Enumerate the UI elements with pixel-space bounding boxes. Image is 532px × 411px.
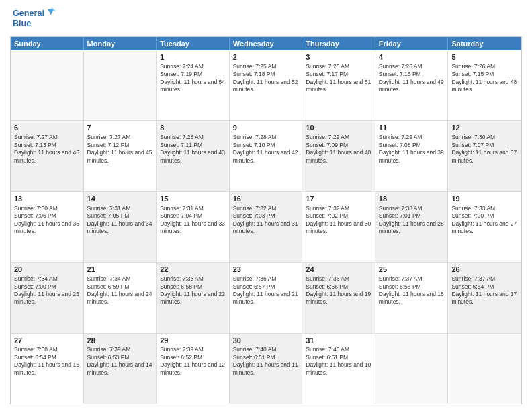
cell-sunrise: Sunrise: 7:40 AM	[306, 346, 371, 353]
header-day-saturday: Saturday	[448, 37, 521, 50]
calendar-cell-4-1: 28Sunrise: 7:39 AMSunset: 6:53 PMDayligh…	[84, 334, 157, 404]
day-number: 23	[233, 265, 299, 275]
cell-sunset: Sunset: 7:06 PM	[14, 212, 80, 220]
header: GeneralBlue	[10, 7, 522, 31]
cell-sunset: Sunset: 6:58 PM	[160, 283, 226, 291]
day-number: 17	[306, 194, 371, 204]
calendar-header: SundayMondayTuesdayWednesdayThursdayFrid…	[11, 37, 521, 50]
day-number: 12	[451, 123, 518, 133]
calendar-cell-2-2: 15Sunrise: 7:31 AMSunset: 7:04 PMDayligh…	[157, 192, 230, 262]
day-number: 29	[160, 336, 226, 346]
cell-daylight: Daylight: 11 hours and 40 minutes.	[306, 149, 371, 165]
cell-sunset: Sunset: 6:57 PM	[233, 283, 299, 291]
header-day-tuesday: Tuesday	[157, 37, 230, 50]
calendar-row-4: 27Sunrise: 7:38 AMSunset: 6:54 PMDayligh…	[11, 334, 521, 404]
cell-sunset: Sunset: 7:04 PM	[160, 212, 226, 220]
cell-daylight: Daylight: 11 hours and 49 minutes.	[379, 79, 445, 94]
calendar-cell-1-0: 6Sunrise: 7:27 AMSunset: 7:13 PMDaylight…	[11, 121, 84, 191]
day-number: 24	[306, 265, 371, 275]
cell-sunset: Sunset: 6:59 PM	[87, 283, 153, 291]
cell-sunset: Sunset: 6:56 PM	[306, 283, 371, 291]
cell-daylight: Daylight: 11 hours and 12 minutes.	[160, 361, 226, 377]
cell-sunrise: Sunrise: 7:34 AM	[14, 275, 80, 283]
cell-sunrise: Sunrise: 7:39 AM	[160, 346, 226, 353]
calendar-cell-4-5	[375, 334, 449, 404]
calendar-cell-2-4: 17Sunrise: 7:32 AMSunset: 7:02 PMDayligh…	[302, 192, 375, 262]
day-number: 11	[379, 123, 445, 133]
day-number: 18	[379, 194, 445, 204]
day-number: 15	[160, 194, 226, 204]
cell-daylight: Daylight: 11 hours and 24 minutes.	[87, 291, 153, 306]
cell-daylight: Daylight: 11 hours and 25 minutes.	[14, 291, 80, 306]
cell-sunrise: Sunrise: 7:33 AM	[451, 205, 518, 212]
cell-sunrise: Sunrise: 7:28 AM	[233, 134, 299, 141]
cell-sunrise: Sunrise: 7:25 AM	[306, 63, 371, 71]
cell-daylight: Daylight: 11 hours and 30 minutes.	[306, 220, 371, 236]
cell-sunset: Sunset: 6:53 PM	[87, 354, 153, 361]
calendar-cell-4-0: 27Sunrise: 7:38 AMSunset: 6:54 PMDayligh…	[11, 334, 84, 404]
calendar-cell-4-4: 31Sunrise: 7:40 AMSunset: 6:51 PMDayligh…	[302, 334, 375, 404]
cell-sunset: Sunset: 6:55 PM	[379, 283, 445, 291]
cell-sunset: Sunset: 7:11 PM	[160, 142, 226, 149]
cell-sunrise: Sunrise: 7:34 AM	[87, 275, 153, 283]
cell-daylight: Daylight: 11 hours and 10 minutes.	[306, 361, 371, 377]
day-number: 6	[14, 123, 80, 133]
day-number: 21	[87, 265, 153, 275]
cell-sunrise: Sunrise: 7:40 AM	[233, 346, 299, 353]
cell-daylight: Daylight: 11 hours and 42 minutes.	[233, 149, 299, 165]
day-number: 26	[451, 265, 518, 275]
cell-daylight: Daylight: 11 hours and 21 minutes.	[233, 291, 299, 306]
calendar-cell-1-4: 10Sunrise: 7:29 AMSunset: 7:09 PMDayligh…	[302, 121, 375, 191]
header-day-wednesday: Wednesday	[230, 37, 303, 50]
cell-sunrise: Sunrise: 7:38 AM	[14, 346, 80, 353]
calendar-row-1: 6Sunrise: 7:27 AMSunset: 7:13 PMDaylight…	[11, 121, 521, 191]
calendar-cell-4-3: 30Sunrise: 7:40 AMSunset: 6:51 PMDayligh…	[230, 334, 303, 404]
day-number: 10	[306, 123, 371, 133]
cell-daylight: Daylight: 11 hours and 43 minutes.	[160, 149, 226, 165]
cell-sunrise: Sunrise: 7:37 AM	[451, 275, 518, 283]
calendar-cell-2-1: 14Sunrise: 7:31 AMSunset: 7:05 PMDayligh…	[84, 192, 157, 262]
cell-sunrise: Sunrise: 7:28 AM	[160, 134, 226, 141]
cell-sunrise: Sunrise: 7:29 AM	[306, 134, 371, 141]
cell-sunrise: Sunrise: 7:25 AM	[233, 63, 299, 71]
calendar-cell-4-2: 29Sunrise: 7:39 AMSunset: 6:52 PMDayligh…	[157, 334, 230, 404]
cell-daylight: Daylight: 11 hours and 46 minutes.	[14, 149, 80, 165]
calendar-cell-1-1: 7Sunrise: 7:27 AMSunset: 7:12 PMDaylight…	[84, 121, 157, 191]
cell-sunrise: Sunrise: 7:27 AM	[14, 134, 80, 141]
cell-daylight: Daylight: 11 hours and 45 minutes.	[87, 149, 153, 165]
calendar-row-3: 20Sunrise: 7:34 AMSunset: 7:00 PMDayligh…	[11, 263, 521, 333]
calendar-row-0: 1Sunrise: 7:24 AMSunset: 7:19 PMDaylight…	[11, 50, 521, 121]
cell-sunset: Sunset: 7:19 PM	[160, 71, 226, 78]
day-number: 1	[160, 52, 226, 62]
cell-daylight: Daylight: 11 hours and 39 minutes.	[379, 149, 445, 165]
day-number: 25	[379, 265, 445, 275]
calendar-cell-1-3: 9Sunrise: 7:28 AMSunset: 7:10 PMDaylight…	[230, 121, 303, 191]
cell-daylight: Daylight: 11 hours and 31 minutes.	[233, 220, 299, 236]
cell-daylight: Daylight: 11 hours and 51 minutes.	[306, 79, 371, 94]
cell-sunrise: Sunrise: 7:30 AM	[451, 134, 518, 141]
cell-sunset: Sunset: 7:09 PM	[306, 142, 371, 149]
calendar-cell-3-4: 24Sunrise: 7:36 AMSunset: 6:56 PMDayligh…	[302, 263, 375, 332]
calendar-cell-3-2: 22Sunrise: 7:35 AMSunset: 6:58 PMDayligh…	[157, 263, 230, 332]
cell-daylight: Daylight: 11 hours and 36 minutes.	[14, 220, 80, 236]
cell-sunrise: Sunrise: 7:32 AM	[233, 205, 299, 212]
day-number: 2	[233, 52, 299, 62]
calendar-body: 1Sunrise: 7:24 AMSunset: 7:19 PMDaylight…	[11, 50, 521, 404]
cell-sunset: Sunset: 7:00 PM	[14, 283, 80, 291]
calendar-cell-3-3: 23Sunrise: 7:36 AMSunset: 6:57 PMDayligh…	[230, 263, 303, 332]
cell-sunrise: Sunrise: 7:36 AM	[233, 275, 299, 283]
calendar-cell-0-0	[11, 50, 84, 120]
cell-sunset: Sunset: 6:51 PM	[233, 354, 299, 361]
cell-sunset: Sunset: 7:18 PM	[233, 71, 299, 78]
cell-sunset: Sunset: 6:51 PM	[306, 354, 371, 361]
calendar: SundayMondayTuesdayWednesdayThursdayFrid…	[10, 36, 522, 404]
cell-sunrise: Sunrise: 7:29 AM	[379, 134, 445, 141]
cell-daylight: Daylight: 11 hours and 14 minutes.	[87, 361, 153, 377]
cell-daylight: Daylight: 11 hours and 52 minutes.	[233, 79, 299, 94]
cell-sunset: Sunset: 7:17 PM	[306, 71, 371, 78]
calendar-cell-2-0: 13Sunrise: 7:30 AMSunset: 7:06 PMDayligh…	[11, 192, 84, 262]
header-day-sunday: Sunday	[11, 37, 84, 50]
calendar-cell-2-5: 18Sunrise: 7:33 AMSunset: 7:01 PMDayligh…	[375, 192, 449, 262]
cell-sunset: Sunset: 7:12 PM	[87, 142, 153, 149]
day-number: 8	[160, 123, 226, 133]
